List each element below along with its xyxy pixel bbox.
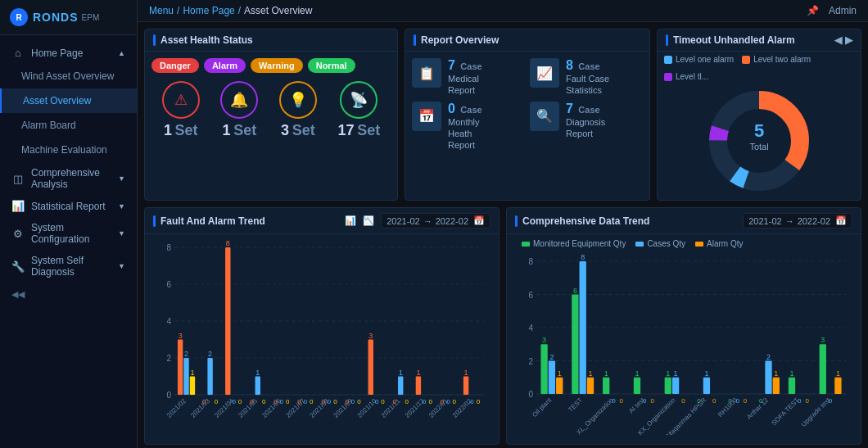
svg-text:SOFA TEST: SOFA TEST: [771, 396, 801, 427]
svg-text:1: 1: [464, 369, 468, 377]
svg-text:1: 1: [416, 369, 420, 377]
svg-text:8: 8: [166, 243, 171, 252]
report-diagnosis[interactable]: 🔍 7 Case DiagnosisReport: [530, 102, 643, 152]
normal-count: 17 Set: [338, 122, 381, 139]
svg-text:8: 8: [528, 257, 533, 266]
svg-rect-116: [556, 378, 563, 394]
comp-date-to: 2022-02: [798, 216, 830, 226]
svg-text:0: 0: [393, 398, 397, 405]
sidebar-item-sys-config[interactable]: ⚙ System Configuration ▼: [0, 217, 137, 250]
fault-chart-svg: 0246838311221112021/022021/032021/042021…: [151, 239, 492, 436]
svg-rect-102: [789, 378, 795, 394]
svg-text:1: 1: [558, 369, 562, 378]
svg-text:1: 1: [604, 369, 608, 378]
next-btn[interactable]: ▶: [845, 34, 852, 46]
svg-text:4: 4: [166, 317, 171, 326]
timeout-alarm-card: Timeout Unhandled Alarm ◀ ▶ Level one al…: [657, 29, 861, 201]
monthly-label: MonthlyHeathReport: [448, 116, 482, 152]
svg-text:0: 0: [446, 398, 450, 405]
health-warning: 💡 3 Set: [279, 81, 317, 139]
sidebar-item-asset-overview[interactable]: Asset Overview: [0, 88, 137, 113]
sidebar-item-alarm-board[interactable]: Alarm Board: [0, 113, 137, 138]
report-overview-body: 📋 7 Case MedicalReport 📈 8 Case Fault Ca…: [405, 52, 649, 157]
line-chart-icon[interactable]: 📉: [361, 214, 376, 228]
svg-rect-18: [178, 340, 183, 396]
health-icons: ⚠ 1 Set 🔔 1 Set 💡 3 Set 📡: [151, 81, 391, 139]
svg-text:0: 0: [328, 398, 332, 405]
sidebar-item-comprehensive[interactable]: ◫ Comprehensive Analysis ▼: [0, 162, 137, 195]
svg-text:1: 1: [190, 369, 194, 377]
badge-normal: Normal: [308, 58, 355, 73]
comprehensive-icon: ◫: [11, 173, 25, 185]
svg-text:3: 3: [179, 332, 183, 340]
svg-text:0: 0: [528, 390, 533, 399]
svg-text:6: 6: [573, 287, 577, 295]
sidebar-item-label: Comprehensive Analysis: [31, 167, 111, 190]
svg-rect-104: [820, 344, 826, 394]
donut-chart: 5 Total: [658, 84, 861, 197]
report-medical[interactable]: 📋 7 Case MedicalReport: [412, 58, 525, 97]
prev-btn[interactable]: ◀: [834, 34, 842, 46]
sidebar-item-machine-eval[interactable]: Machine Evaluation: [0, 138, 137, 162]
comp-trend-controls: 2021-02 → 2022-02 📅: [743, 213, 852, 229]
breadcrumb-menu[interactable]: Menu: [149, 5, 174, 16]
report-monthly[interactable]: 📅 0 Case MonthlyHeathReport: [412, 102, 525, 152]
breadcrumb-current: Asset Overview: [244, 5, 312, 16]
fault-trend-controls: 📊 📉 2021-02 → 2022-02 📅: [343, 213, 491, 229]
alarm-qty-dot: [695, 242, 703, 247]
diagnosis-count: 7 Case: [566, 102, 605, 116]
svg-text:0: 0: [441, 398, 445, 405]
breadcrumb-home[interactable]: Home Page: [183, 5, 234, 16]
badge-alarm: Alarm: [204, 58, 246, 73]
fault-date-range[interactable]: 2021-02 → 2022-02 📅: [381, 213, 491, 229]
svg-text:0: 0: [297, 398, 301, 405]
comp-date-from: 2021-02: [748, 216, 781, 226]
bottom-row: Fault And Alarm Trend 📊 📉 2021-02 → 2022…: [144, 207, 861, 445]
sidebar-item-label: System Configuration: [31, 222, 111, 245]
breadcrumb-sep: /: [238, 5, 241, 16]
top-row: Asset Health Status Danger Alarm Warning…: [144, 29, 861, 201]
svg-text:0: 0: [744, 397, 748, 405]
sidebar-item-wind-asset[interactable]: Wind Asset Overview: [0, 64, 137, 88]
comprehensive-trend-body: 024683611113281121111Oil plantTESTXL_Org…: [507, 253, 861, 440]
admin-label: Admin: [829, 5, 857, 16]
bar-chart-icon[interactable]: 📊: [343, 214, 358, 228]
date-sep: →: [423, 216, 432, 226]
fault-trend-body: 0246838311221112021/022021/032021/042021…: [145, 234, 499, 441]
svg-text:8: 8: [581, 253, 585, 261]
legend-level1: Level one alarm: [664, 55, 734, 64]
svg-text:2: 2: [166, 354, 171, 363]
timeout-alarm-title: Timeout Unhandled Alarm ◀ ▶: [658, 29, 861, 52]
level3-dot: [664, 73, 672, 81]
svg-text:2: 2: [528, 357, 533, 366]
sidebar-item-sys-diagnosis[interactable]: 🔧 System Self Diagnosis ▼: [0, 250, 137, 283]
sidebar-item-home-page[interactable]: ⌂ Home Page ▲: [0, 42, 137, 64]
collapse-sidebar-btn[interactable]: ◀◀: [0, 283, 137, 306]
svg-rect-32: [255, 377, 260, 396]
report-overview-title: Report Overview: [405, 29, 649, 52]
fault-trend-header: Fault And Alarm Trend 📊 📉 2021-02 → 2022…: [145, 208, 499, 234]
report-fault[interactable]: 📈 8 Case Fault CaseStatistics: [530, 58, 643, 97]
svg-text:0: 0: [357, 398, 361, 405]
fault-trend-card: Fault And Alarm Trend 📊 📉 2021-02 → 2022…: [144, 207, 500, 445]
badge-warning: Warning: [251, 58, 303, 73]
sidebar-item-statistical[interactable]: 📊 Statistical Report ▼: [0, 195, 137, 217]
pin-icon[interactable]: 📌: [807, 5, 819, 16]
svg-text:Arthar 12: Arthar 12: [745, 396, 770, 421]
chevron-down-icon: ▼: [118, 229, 125, 238]
comp-date-range[interactable]: 2021-02 → 2022-02 📅: [743, 213, 852, 229]
alarm-count: 1 Set: [223, 122, 257, 139]
chevron-down-icon: ▼: [118, 202, 125, 210]
date-to: 2022-02: [436, 216, 468, 226]
svg-rect-94: [572, 295, 578, 395]
medical-count: 7 Case: [448, 58, 482, 73]
svg-text:3: 3: [542, 336, 546, 344]
level1-dot: [664, 56, 672, 64]
monthly-report-icon: 📅: [412, 102, 441, 131]
warning-count: 3 Set: [281, 122, 315, 139]
svg-rect-122: [834, 378, 841, 394]
health-status-body: Danger Alarm Warning Normal ⚠ 1 Set 🔔 1 …: [145, 52, 397, 146]
svg-text:0: 0: [280, 398, 284, 405]
monitored-label: Monitored Equipment Qty: [533, 239, 626, 248]
breadcrumb-sep: /: [177, 5, 179, 16]
